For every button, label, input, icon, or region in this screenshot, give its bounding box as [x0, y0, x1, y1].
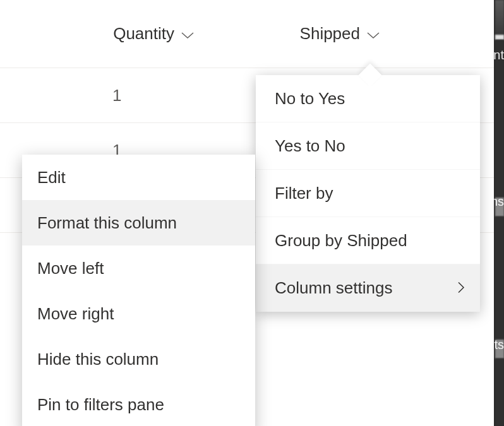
column-settings-submenu: Edit Format this column Move left Move r…	[22, 155, 255, 426]
menu-item-label: Pin to filters pane	[37, 395, 164, 415]
menu-item-label: Hide this column	[37, 350, 159, 369]
menu-item-sort-desc[interactable]: Yes to No	[256, 122, 480, 170]
cropped-text: nt	[493, 48, 504, 62]
menu-item-sort-asc[interactable]: No to Yes	[256, 75, 480, 122]
cropped-background-strip: nt ns ts	[494, 0, 504, 426]
submenu-item-move-right[interactable]: Move right	[22, 291, 255, 336]
chevron-down-icon	[366, 31, 380, 40]
menu-item-column-settings[interactable]: Column settings	[256, 264, 480, 312]
cell-quantity: 1	[0, 68, 208, 122]
chevron-down-icon	[181, 31, 195, 40]
column-context-menu: No to Yes Yes to No Filter by Group by S…	[256, 75, 480, 312]
cropped-text: ts	[494, 338, 504, 352]
menu-item-group-by[interactable]: Group by Shipped	[256, 217, 480, 264]
menu-item-label: Group by Shipped	[275, 231, 407, 251]
menu-item-label: Column settings	[275, 278, 392, 298]
chevron-right-icon	[457, 278, 465, 298]
submenu-item-pin-to-filters[interactable]: Pin to filters pane	[22, 382, 255, 426]
column-header-shipped[interactable]: Shipped	[208, 0, 417, 68]
menu-item-filter-by[interactable]: Filter by	[256, 170, 480, 217]
menu-item-label: Filter by	[275, 184, 333, 203]
submenu-item-edit[interactable]: Edit	[22, 155, 255, 200]
column-header-quantity[interactable]: Quantity	[0, 0, 208, 68]
menu-item-label: Move right	[37, 304, 114, 324]
column-header-label: Quantity	[113, 24, 174, 44]
submenu-item-format-column[interactable]: Format this column	[22, 200, 255, 246]
menu-item-label: Yes to No	[275, 136, 345, 156]
menu-item-label: No to Yes	[275, 89, 345, 109]
menu-item-label: Edit	[37, 168, 66, 187]
submenu-item-move-left[interactable]: Move left	[22, 246, 255, 291]
submenu-item-hide-column[interactable]: Hide this column	[22, 336, 255, 382]
column-header-row: Quantity Shipped	[0, 0, 494, 68]
menu-item-label: Format this column	[37, 213, 177, 233]
column-header-label: Shipped	[300, 24, 360, 44]
menu-item-label: Move left	[37, 259, 104, 278]
